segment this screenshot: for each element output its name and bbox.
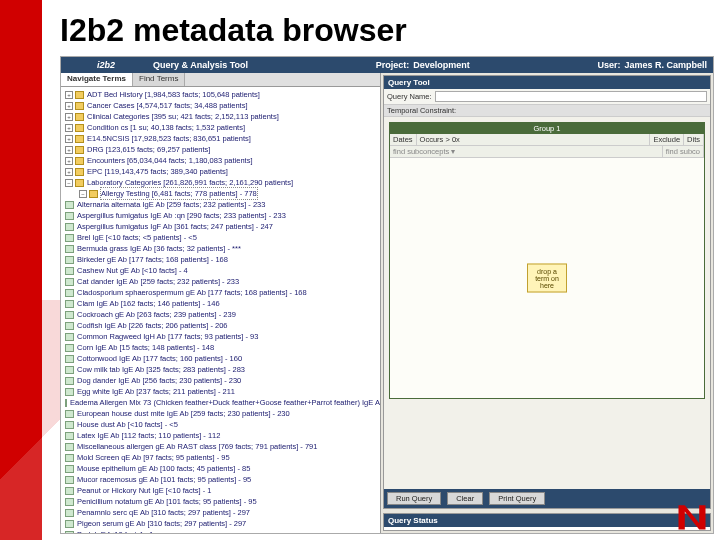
tree-root-folder[interactable]: +ADT Bed History [1,984,583 facts; 105,6… — [63, 89, 378, 100]
term-icon — [65, 399, 67, 407]
expand-icon[interactable]: + — [65, 113, 73, 121]
tree-leaf-term[interactable]: Pigeon serum gE Ab [310 facts; 297 patie… — [63, 518, 378, 529]
group-controls: Dates Occurs > 0x Exclude Dits — [390, 134, 704, 146]
tree-leaf-term[interactable]: Codfish IgE Ab [226 facts; 206 patients]… — [63, 320, 378, 331]
tree-root-folder[interactable]: +E14.5NCSIS [17,928,523 facts; 836,651 p… — [63, 133, 378, 144]
tree-root-folder[interactable]: +EPC [119,143,475 facts; 389,340 patient… — [63, 166, 378, 177]
group-dits[interactable]: Dits — [684, 134, 704, 145]
expand-icon[interactable]: + — [65, 135, 73, 143]
group-subconcept-selector-2[interactable]: find subco — [663, 146, 704, 157]
tree-leaf-term[interactable]: Alternaria alternata IgE Ab [259 facts; … — [63, 199, 378, 210]
tree-label: Penamnlo serc qE Ab [310 facts; 297 pati… — [77, 507, 250, 518]
term-icon — [65, 454, 74, 462]
term-icon — [65, 421, 74, 429]
tree-leaf-term[interactable]: Latex IgE Ab [112 facts; 110 patients] -… — [63, 430, 378, 441]
project-value: Development — [413, 60, 470, 70]
tree-root-folder[interactable]: +DRG [123,615 facts; 69,257 patients] — [63, 144, 378, 155]
tree-leaf-term[interactable]: Aspergillus fumigatus IgE Ab :qn [290 fa… — [63, 210, 378, 221]
tree-root-folder[interactable]: +Condition cs [1 su; 40,138 facts; 1,532… — [63, 122, 378, 133]
term-icon — [65, 443, 74, 451]
tree-leaf-term[interactable]: Dog dander IgE Ab [256 facts; 230 patien… — [63, 375, 378, 386]
term-icon — [65, 256, 74, 264]
tree-leaf-term[interactable]: Penamnlo serc qE Ab [310 facts; 297 pati… — [63, 507, 378, 518]
ontology-tree[interactable]: +ADT Bed History [1,984,583 facts; 105,6… — [61, 87, 380, 533]
tree-root-folder[interactable]: +Cancer Cases [4,574,517 facts; 34,488 p… — [63, 100, 378, 111]
tree-leaf-term[interactable]: Clam IgE Ab [162 facts; 146 patients] - … — [63, 298, 378, 309]
term-icon — [65, 234, 74, 242]
tree-leaf-term[interactable]: Bermuda grass IgE Ab [36 facts; 32 patie… — [63, 243, 378, 254]
term-icon — [65, 355, 74, 363]
tree-leaf-term[interactable]: Pork IgE [<10 facts] - 1 — [63, 529, 378, 533]
tree-leaf-term[interactable]: Mouse epithelium gE Ab [100 facts; 45 pa… — [63, 463, 378, 474]
tab-find-terms[interactable]: Find Terms — [133, 73, 185, 86]
expand-icon[interactable]: + — [65, 124, 73, 132]
term-icon — [65, 278, 74, 286]
term-icon — [65, 267, 74, 275]
expand-icon[interactable]: + — [65, 102, 73, 110]
expand-icon[interactable]: − — [65, 179, 73, 187]
tree-leaf-term[interactable]: Mold Screen qE Ab [97 facts; 95 patients… — [63, 452, 378, 463]
tree-label: Encounters [65,034,044 facts; 1,180,083 … — [87, 155, 253, 166]
clear-button[interactable]: Clear — [447, 492, 483, 505]
user-label: User: — [597, 60, 620, 70]
temporal-constraint-label[interactable]: Temporal Constraint: — [384, 105, 710, 117]
term-icon — [65, 498, 74, 506]
tree-label: Condition cs [1 su; 40,138 facts; 1,532 … — [87, 122, 245, 133]
expand-icon[interactable]: + — [65, 168, 73, 176]
group-exclude[interactable]: Exclude — [650, 134, 684, 145]
tree-label: Penicillium notatum gE Ab [101 facts; 95… — [77, 496, 257, 507]
term-icon — [65, 487, 74, 495]
tree-leaf-term[interactable]: Mucor racemosus gE Ab [101 facts; 95 pat… — [63, 474, 378, 485]
tree-root-folder[interactable]: +Encounters [65,034,044 facts; 1,180,083… — [63, 155, 378, 166]
tree-label: Allergy Testing [6,481 facts; 778 patien… — [101, 188, 257, 199]
tree-leaf-term[interactable]: Cat dander IgE Ab [259 facts; 232 patien… — [63, 276, 378, 287]
tree-leaf-term[interactable]: Miscellaneous allergen gE Ab RAST class … — [63, 441, 378, 452]
expand-icon[interactable]: − — [79, 190, 87, 198]
folder-icon — [75, 102, 84, 110]
tree-leaf-term[interactable]: Eadema Allergen Mix 73 (Chicken feather+… — [63, 397, 378, 408]
tree-leaf-term[interactable]: Cow milk tab IgE Ab [325 facts; 283 pati… — [63, 364, 378, 375]
tree-leaf-term[interactable]: European house dust mite IgE Ab [259 fac… — [63, 408, 378, 419]
expand-icon[interactable]: + — [65, 146, 73, 154]
tree-label: Dog dander IgE Ab [256 facts; 230 patien… — [77, 375, 241, 386]
run-query-button[interactable]: Run Query — [387, 492, 441, 505]
tree-selected-folder[interactable]: −Allergy Testing [6,481 facts; 778 patie… — [63, 188, 378, 199]
tree-leaf-term[interactable]: Corn IgE Ab [15 facts; 148 patients] - 1… — [63, 342, 378, 353]
query-name-input[interactable] — [435, 91, 707, 102]
tree-label: Alternaria alternata IgE Ab [259 facts; … — [77, 199, 265, 210]
tree-leaf-term[interactable]: Aspergillus fumigatus IgF Ab [361 facts;… — [63, 221, 378, 232]
drop-hint: drop a term on here — [527, 264, 567, 293]
tree-root-folder[interactable]: +Clinical Categories [395 su; 421 facts;… — [63, 111, 378, 122]
tree-leaf-term[interactable]: Egg white IgE Ab [237 facts; 211 patient… — [63, 386, 378, 397]
tab-navigate-terms[interactable]: Navigate Terms — [61, 73, 133, 86]
group-dates[interactable]: Dates — [390, 134, 417, 145]
tree-leaf-term[interactable]: Brel IgE [<10 facts; <5 patients] - <5 — [63, 232, 378, 243]
tree-leaf-term[interactable]: Cockroach gE Ab [263 facts; 239 patients… — [63, 309, 378, 320]
tree-label: Mucor racemosus gE Ab [101 facts; 95 pat… — [77, 474, 251, 485]
folder-icon — [75, 124, 84, 132]
term-icon — [65, 289, 74, 297]
tree-leaf-term[interactable]: Common Ragweed IgH Ab [177 facts; 93 pat… — [63, 331, 378, 342]
group-occurs[interactable]: Occurs > 0x — [417, 134, 651, 145]
tree-label: Bermuda grass IgE Ab [36 facts; 32 patie… — [77, 243, 241, 254]
tree-leaf-term[interactable]: Penicillium notatum gE Ab [101 facts; 95… — [63, 496, 378, 507]
tree-leaf-term[interactable]: Peanut or Hickory Nut IgE [<10 facts] - … — [63, 485, 378, 496]
term-drop-area[interactable]: drop a term on here — [390, 158, 704, 398]
expand-icon[interactable]: + — [65, 157, 73, 165]
tree-leaf-term[interactable]: Cottonwood IgE Ab [177 facts; 160 patien… — [63, 353, 378, 364]
term-icon — [65, 388, 74, 396]
folder-icon — [75, 91, 84, 99]
tree-label: E14.5NCSIS [17,928,523 facts; 836,651 pa… — [87, 133, 251, 144]
expand-icon[interactable]: + — [65, 91, 73, 99]
nebraska-logo — [674, 498, 710, 534]
tree-root-folder[interactable]: −Laboratory Categories [261,826,991 fact… — [63, 177, 378, 188]
tree-label: ADT Bed History [1,984,583 facts; 105,64… — [87, 89, 260, 100]
folder-icon — [89, 190, 98, 198]
print-query-button[interactable]: Print Query — [489, 492, 545, 505]
tree-leaf-term[interactable]: Cashew Nut gE Ab [<10 facts] - 4 — [63, 265, 378, 276]
folder-icon — [75, 135, 84, 143]
tree-leaf-term[interactable]: Birkeder gE Ab [177 facts; 168 patients]… — [63, 254, 378, 265]
tree-leaf-term[interactable]: Cladosporium sphaerospermum gE Ab [177 f… — [63, 287, 378, 298]
group-subconcept-selector[interactable]: find subconcepts ▾ — [390, 146, 663, 157]
tree-leaf-term[interactable]: House dust Ab [<10 facts] - <5 — [63, 419, 378, 430]
